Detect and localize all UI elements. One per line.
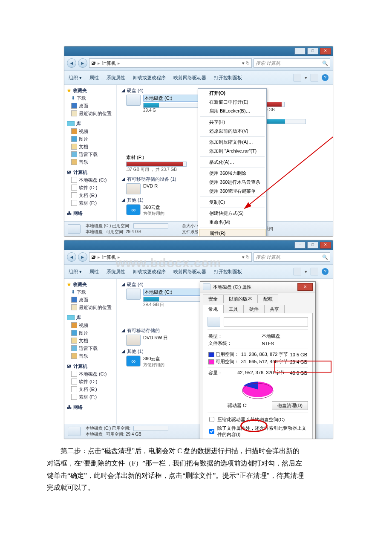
view-options-button[interactable]: [294, 74, 301, 81]
preview-pane-button[interactable]: [311, 74, 318, 81]
nav-drive-d[interactable]: 软件 (D:): [79, 378, 97, 385]
nav-back-button[interactable]: ◄: [67, 252, 76, 262]
nav-computer[interactable]: 计算机: [73, 168, 87, 176]
ctx-open[interactable]: 打开(O): [198, 89, 266, 98]
compress-checkbox[interactable]: 压缩此驱动器以节约磁盘空间(C): [208, 416, 308, 423]
ctx-shortcut[interactable]: 创建快捷方式(S): [198, 209, 266, 218]
drive-dvd[interactable]: DVD R: [126, 183, 207, 194]
close-button[interactable]: ✕: [320, 48, 331, 55]
ctx-add-archive[interactable]: 添加到压缩文件(A)…: [198, 138, 266, 147]
nav-recent[interactable]: 最近访问的位置: [79, 304, 112, 311]
uninstall-programs-button[interactable]: 卸载或更改程序: [133, 75, 166, 81]
drive-cloud[interactable]: ∞ 360云盘 方便好用的: [126, 204, 207, 217]
tab-general[interactable]: 常规: [203, 305, 223, 313]
group-other[interactable]: 其他 (1): [127, 197, 144, 202]
maximize-button[interactable]: □: [307, 48, 318, 55]
tab-previous-versions[interactable]: 以前的版本: [223, 295, 258, 303]
nav-drive-d[interactable]: 软件 (D:): [79, 184, 97, 191]
group-hdd[interactable]: 硬盘 (4): [127, 282, 144, 287]
map-drive-button[interactable]: 映射网络驱动器: [173, 269, 206, 275]
group-hdd[interactable]: 硬盘 (4): [127, 88, 144, 93]
preview-pane-button[interactable]: [311, 268, 318, 275]
control-panel-button[interactable]: 打开控制面板: [214, 269, 242, 275]
nav-network[interactable]: 网络: [73, 403, 83, 411]
nav-desktop[interactable]: 桌面: [79, 102, 88, 110]
nav-videos[interactable]: 视频: [79, 321, 88, 329]
group-other[interactable]: 其他 (1): [127, 349, 144, 354]
drive-f[interactable]: 素材 (F:) .37 GB 可用 ， 共 23.7 GB: [126, 154, 207, 173]
drive-dvd[interactable]: DVD RW 日: [126, 335, 207, 346]
control-panel-button[interactable]: 打开控制面板: [214, 75, 242, 81]
tab-security[interactable]: 安全: [203, 295, 223, 303]
breadcrumb[interactable]: 🖳 ▸ 计算机 ▸ ▾ ↻: [89, 58, 252, 68]
organize-menu[interactable]: 组织 ▾: [69, 75, 82, 81]
drive-c[interactable]: 本地磁盘 (C:) 29.4 G: [126, 95, 207, 129]
nav-pictures[interactable]: 图片: [79, 329, 88, 337]
drive-cloud[interactable]: ∞ 360云盘 方便好用的: [126, 356, 207, 368]
ctx-properties[interactable]: 属性(R): [199, 229, 265, 237]
minimize-button[interactable]: –: [294, 242, 306, 249]
ctx-bitlocker[interactable]: 启用 BitLocker(B)…: [198, 107, 266, 116]
ctx-add-rar[interactable]: 添加到 "Archive.rar"(T): [198, 147, 266, 156]
nav-drive-f[interactable]: 素材 (F:): [79, 393, 97, 401]
dialog-close-button[interactable]: ✕: [297, 283, 313, 291]
ctx-open-new-window[interactable]: 在新窗口中打开(E): [198, 98, 266, 107]
minimize-button[interactable]: –: [294, 48, 306, 55]
ctx-share[interactable]: 共享(H): [198, 118, 266, 127]
ctx-360-scan[interactable]: 使用 360进行木马云查杀: [198, 178, 266, 187]
volume-label-input[interactable]: [224, 317, 308, 327]
map-drive-button[interactable]: 映射网络驱动器: [173, 75, 206, 81]
tab-tools[interactable]: 工具: [223, 305, 244, 313]
help-icon[interactable]: ?: [322, 268, 329, 275]
system-properties-button[interactable]: 系统属性: [107, 75, 125, 81]
uninstall-programs-button[interactable]: 卸载或更改程序: [133, 269, 166, 275]
index-checkbox[interactable]: 除了文件属性外，还允许索引此驱动器上文件的内容(I): [208, 425, 308, 438]
nav-docs[interactable]: 文档: [79, 337, 88, 344]
nav-downloads[interactable]: 下载: [77, 94, 86, 102]
nav-forward-button[interactable]: ►: [78, 58, 87, 68]
nav-videos[interactable]: 视频: [79, 127, 88, 135]
properties-button[interactable]: 属性: [89, 269, 99, 275]
tab-hardware[interactable]: 硬件: [244, 305, 264, 313]
nav-docs[interactable]: 文档: [79, 143, 88, 150]
system-properties-button[interactable]: 系统属性: [107, 269, 125, 275]
view-options-button[interactable]: [294, 268, 301, 275]
nav-computer[interactable]: 计算机: [73, 362, 87, 370]
drive-c[interactable]: 本地磁盘 (C:) 29.4 GB 日: [126, 289, 207, 324]
nav-xunlei[interactable]: 迅雷下载: [79, 150, 98, 158]
nav-drive-e[interactable]: 文档 (E:): [79, 385, 97, 393]
nav-back-button[interactable]: ◄: [67, 58, 76, 68]
disk-cleanup-button[interactable]: 磁盘清理(D): [272, 401, 308, 410]
properties-button[interactable]: 属性: [89, 75, 99, 81]
search-input[interactable]: 搜索 计算机 🔍: [254, 252, 330, 262]
group-removable[interactable]: 有可移动存储的: [127, 328, 160, 333]
ctx-copy[interactable]: 复制(C): [198, 198, 266, 207]
nav-libraries[interactable]: 库: [76, 314, 81, 321]
group-removable[interactable]: 有可移动存储的设备 (1): [127, 176, 176, 182]
tab-quota[interactable]: 配额: [258, 295, 278, 303]
breadcrumb[interactable]: 🖳 ▸ 计算机 ▸ ▾ ↻: [89, 252, 252, 262]
nav-favorites[interactable]: 收藏夹: [73, 280, 87, 288]
nav-xunlei[interactable]: 迅雷下载: [79, 344, 98, 352]
ctx-rename[interactable]: 重命名(M): [198, 218, 266, 227]
nav-recent[interactable]: 最近访问的位置: [79, 110, 112, 117]
nav-drive-f[interactable]: 素材 (F:): [79, 199, 97, 207]
close-button[interactable]: ✕: [320, 242, 331, 249]
nav-downloads[interactable]: 下载: [77, 288, 86, 296]
nav-drive-c[interactable]: 本地磁盘 (C:): [79, 370, 107, 378]
nav-favorites[interactable]: 收藏夹: [73, 87, 87, 94]
ctx-360-menu[interactable]: 使用 360管理右键菜单: [198, 187, 266, 196]
help-icon[interactable]: ?: [322, 74, 329, 81]
nav-music[interactable]: 音乐: [79, 352, 88, 360]
search-input[interactable]: 搜索 计算机 🔍: [254, 58, 330, 68]
nav-libraries[interactable]: 库: [76, 120, 81, 127]
nav-music[interactable]: 音乐: [79, 158, 88, 166]
nav-desktop[interactable]: 桌面: [79, 296, 88, 304]
nav-network[interactable]: 网络: [73, 209, 83, 217]
ctx-format[interactable]: 格式化(A)…: [198, 158, 266, 167]
maximize-button[interactable]: □: [307, 242, 318, 249]
ctx-restore-versions[interactable]: 还原以前的版本(V): [198, 127, 266, 136]
nav-drive-e[interactable]: 文档 (E:): [79, 191, 97, 199]
nav-forward-button[interactable]: ►: [78, 252, 87, 262]
tab-sharing[interactable]: 共享: [264, 305, 285, 313]
